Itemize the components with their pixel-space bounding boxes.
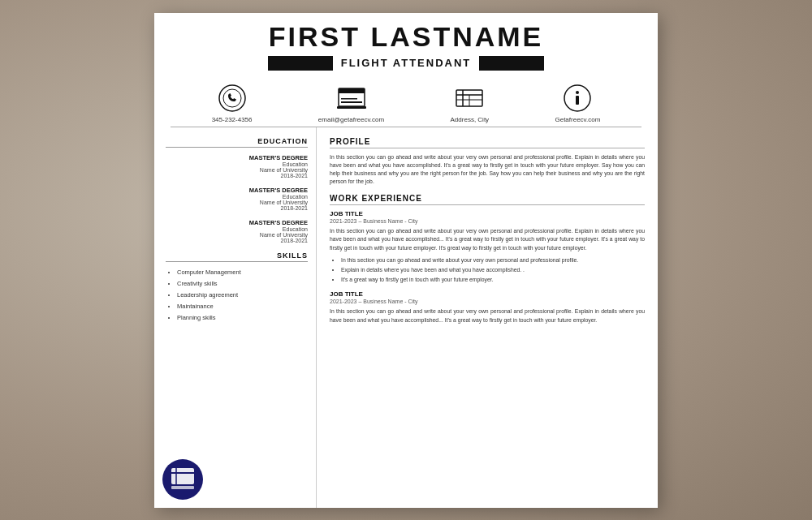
title-bar-line-right [479, 56, 544, 71]
work-experience-section: WORK EXPERIENCE JOB TITLE 2021-2023 – Bu… [330, 194, 645, 324]
svg-rect-5 [339, 88, 365, 93]
edu-uni-1: Name of University [166, 167, 308, 173]
contact-row: 345-232-4356 email@getafreecv.com [154, 75, 658, 127]
job-meta-2: 2021-2023 – Business Name - City [330, 299, 645, 304]
title-bar-line-left [268, 56, 333, 71]
contact-phone: 345-232-4356 [212, 84, 253, 123]
edu-entry-2: MASTER'S DEGREE Education Name of Univer… [166, 187, 308, 211]
job-entry-1: JOB TITLE 2021-2023 – Business Name - Ci… [330, 210, 645, 284]
svg-rect-3 [341, 101, 362, 103]
info-icon [563, 84, 592, 113]
edu-degree-1: MASTER'S DEGREE [166, 154, 308, 161]
profile-title: PROFILE [330, 137, 645, 148]
edu-entry-3: MASTER'S DEGREE Education Name of Univer… [166, 219, 308, 243]
svg-point-13 [576, 91, 579, 94]
edu-entry-1: MASTER'S DEGREE Education Name of Univer… [166, 154, 308, 178]
edu-degree-3: MASTER'S DEGREE [166, 219, 308, 226]
edu-field-3: Education [166, 226, 308, 232]
resume-header: FIRST LASTNAME FLIGHT ATTENDANT [154, 13, 658, 75]
edu-uni-3: Name of University [166, 232, 308, 238]
svg-rect-14 [576, 96, 579, 105]
edu-degree-2: MASTER'S DEGREE [166, 187, 308, 194]
edu-field-2: Education [166, 194, 308, 200]
skills-title: SKILLS [166, 251, 308, 262]
resume-title: FLIGHT ATTENDANT [341, 57, 472, 69]
skill-item-4: Maintainance [177, 303, 308, 310]
sidebar: EDUCATION MASTER'S DEGREE Education Name… [154, 127, 317, 508]
job-meta-1: 2021-2023 – Business Name - City [330, 218, 645, 224]
skill-item-1: Computer Management [177, 269, 308, 276]
main-content: PROFILE In this section you can go ahead… [317, 127, 658, 508]
email-icon [337, 84, 366, 113]
job-desc-1: In this section you can go ahead and wri… [330, 227, 645, 252]
address-text: Address, City [451, 116, 490, 123]
job-entry-2: JOB TITLE 2021-2023 – Business Name - Ci… [330, 290, 645, 324]
skills-list: Computer Management Creativity skills Le… [166, 269, 308, 321]
work-experience-title: WORK EXPERIENCE [330, 194, 645, 205]
svg-point-1 [223, 89, 241, 107]
address-icon [455, 84, 484, 113]
svg-rect-15 [171, 468, 194, 484]
skill-item-2: Creativity skills [177, 280, 308, 287]
job-desc-2: In this section you can go ahead and wri… [330, 307, 645, 324]
email-text: email@getafreecv.com [318, 116, 384, 123]
edu-years-2: 2018-2021 [166, 205, 308, 211]
phone-icon [218, 84, 247, 113]
skill-item-3: Leadership agreement [177, 291, 308, 299]
phone-text: 345-232-4356 [212, 116, 253, 123]
education-title: EDUCATION [166, 137, 308, 148]
profile-text: In this section you can go ahead and wri… [330, 153, 645, 187]
resume-name: FIRST LASTNAME [154, 21, 658, 53]
edu-uni-2: Name of University [166, 200, 308, 205]
contact-website: Getafreecv.com [555, 84, 600, 123]
contact-address: Address, City [451, 84, 490, 123]
job-title-1: JOB TITLE [330, 210, 645, 217]
watermark-badge [162, 459, 203, 500]
svg-rect-4 [341, 98, 357, 100]
title-bar: FLIGHT ATTENDANT [154, 56, 658, 71]
edu-field-1: Education [166, 161, 308, 167]
edu-years-3: 2018-2021 [166, 238, 308, 243]
job-bullet-1-1: In this section you can go ahead and wri… [341, 256, 645, 264]
svg-rect-6 [337, 106, 366, 109]
resume-body: EDUCATION MASTER'S DEGREE Education Name… [154, 127, 658, 508]
job-bullet-1-2: Explain in details where you have been a… [341, 266, 645, 274]
skill-item-5: Planning skills [177, 314, 308, 321]
website-text: Getafreecv.com [555, 116, 600, 123]
edu-years-1: 2018-2021 [166, 173, 308, 178]
contact-email: email@getafreecv.com [318, 84, 384, 123]
job-title-2: JOB TITLE [330, 290, 645, 298]
job-bullets-1: In this section you can go ahead and wri… [330, 256, 645, 285]
job-bullet-1-3: It's a great way to firstly get in touch… [341, 276, 645, 284]
resume-paper: FIRST LASTNAME FLIGHT ATTENDANT 345-232-… [154, 13, 658, 508]
svg-rect-18 [171, 486, 194, 489]
